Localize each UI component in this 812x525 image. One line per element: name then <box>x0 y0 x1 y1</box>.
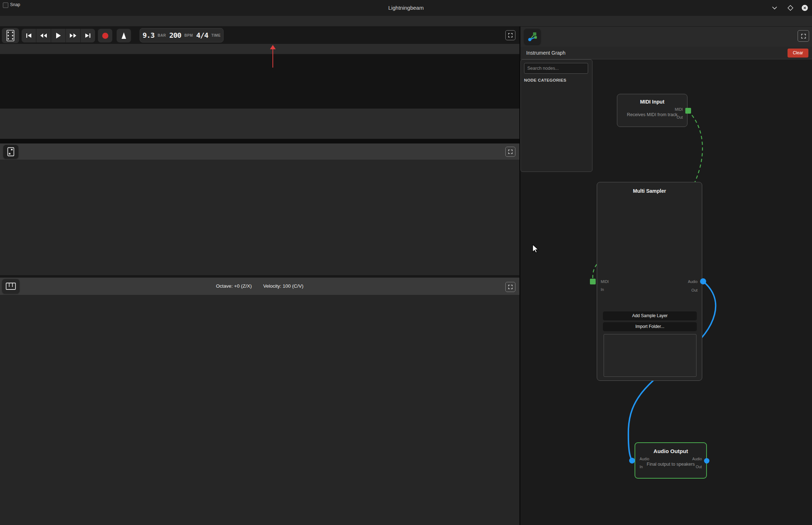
panel-separator <box>0 139 519 143</box>
skip-start-button[interactable] <box>22 29 36 42</box>
window-title: Lightningbeam <box>0 0 812 16</box>
port-label: In <box>601 287 604 292</box>
node-categories-header: NODE CATEGORIES <box>524 78 567 82</box>
record-icon <box>102 33 108 39</box>
timeline-empty-area <box>0 109 519 139</box>
output-audio-out-port[interactable] <box>704 458 709 464</box>
fast-forward-button[interactable] <box>66 29 80 42</box>
maximize-icon[interactable] <box>786 4 795 12</box>
metronome-button[interactable] <box>117 29 131 42</box>
keyboard-status: Octave: +0 (Z/X) Velocity: 100 (C/V) <box>0 278 519 295</box>
node-title: Multi Sampler <box>597 188 702 194</box>
instrument-graph-canvas[interactable]: NODE CATEGORIES MIDI Input Receives MIDI… <box>520 59 812 525</box>
snap-checkbox[interactable] <box>3 3 8 8</box>
add-sample-layer-button[interactable]: Add Sample Layer <box>603 311 697 320</box>
port-label: Audio <box>692 457 702 461</box>
node-audio-output[interactable]: Audio Output Final output to speakers Au… <box>635 442 707 479</box>
piano-icon <box>6 283 16 290</box>
separator <box>0 275 519 278</box>
node-midi-input[interactable]: MIDI Input Receives MIDI from track MIDI… <box>617 94 687 127</box>
clear-graph-button[interactable]: Clear <box>788 49 808 58</box>
port-label: Out <box>696 465 702 469</box>
sampler-audio-out-port[interactable] <box>700 278 706 284</box>
film-roll-icon <box>6 30 14 41</box>
close-icon[interactable] <box>800 4 809 12</box>
time-sig-label: TIME <box>211 33 221 37</box>
graph-panel-topbar <box>520 27 812 47</box>
rewind-button[interactable] <box>36 29 51 42</box>
node-title: Audio Output <box>635 448 706 454</box>
sampler-midi-in-port[interactable] <box>590 279 596 284</box>
menu-bar <box>0 16 812 27</box>
piano-roll-header <box>0 143 519 160</box>
node-palette: NODE CATEGORIES <box>520 59 592 172</box>
transport-display: 9.3 BAR 200 BPM 4/4 TIME <box>140 28 224 42</box>
sample-layers-table <box>604 334 696 377</box>
port-label: Out <box>677 115 683 119</box>
bpm-label: BPM <box>184 33 193 37</box>
instrument-graph-button[interactable] <box>524 29 541 45</box>
import-folder-button[interactable]: Import Folder... <box>603 322 697 331</box>
graph-expand-button[interactable] <box>798 30 809 42</box>
stage-icon <box>7 147 14 156</box>
octave-status: Octave: +0 (Z/X) <box>216 283 252 289</box>
bpm-value: 200 <box>169 31 181 40</box>
node-title: MIDI Input <box>617 99 687 105</box>
metronome-icon <box>121 32 127 39</box>
keyboard-header: Octave: +0 (Z/X) Velocity: 100 (C/V) <box>0 278 519 295</box>
skip-end-button[interactable] <box>81 29 95 42</box>
node-multi-sampler[interactable]: Multi Sampler MIDI In Audio Out Add Samp… <box>597 182 702 381</box>
keyboard-view-button[interactable] <box>2 279 19 293</box>
port-label: In <box>640 465 643 469</box>
piano-roll-expand-button[interactable] <box>505 147 515 157</box>
timeline-expand-button[interactable] <box>505 30 515 40</box>
timeline-ruler[interactable] <box>0 44 519 54</box>
playhead[interactable] <box>270 45 276 68</box>
search-input[interactable] <box>524 63 588 74</box>
port-label: Audio <box>688 279 698 284</box>
bar-value: 9.3 <box>143 31 154 40</box>
transport-controls <box>22 29 95 42</box>
graph-panel-titlerow: Instrument Graph Clear <box>520 47 812 59</box>
snap-label: Snap <box>10 2 20 7</box>
virtual-keyboard[interactable] <box>0 295 519 525</box>
piano-roll[interactable] <box>0 160 519 275</box>
bar-label: BAR <box>158 33 166 37</box>
port-label: Audio <box>640 457 649 461</box>
play-button[interactable] <box>51 29 66 42</box>
keyboard-expand-button[interactable] <box>505 282 515 292</box>
minimize-icon[interactable] <box>770 4 779 12</box>
mouse-cursor <box>532 245 540 253</box>
stage-view-button[interactable] <box>3 145 18 159</box>
graph-panel-title: Instrument Graph <box>526 47 565 59</box>
velocity-status: Velocity: 100 (C/V) <box>263 283 303 289</box>
output-audio-in-port[interactable] <box>629 458 635 464</box>
port-label: MIDI <box>675 107 683 111</box>
midi-out-port[interactable] <box>685 108 691 114</box>
port-label: Out <box>691 288 698 292</box>
film-roll-button[interactable] <box>2 28 19 43</box>
time-sig-value: 4/4 <box>196 31 208 40</box>
node-graph-icon <box>527 32 537 42</box>
record-button[interactable] <box>98 29 112 42</box>
title-bar: Lightningbeam <box>0 0 812 16</box>
port-label: MIDI <box>601 279 609 284</box>
